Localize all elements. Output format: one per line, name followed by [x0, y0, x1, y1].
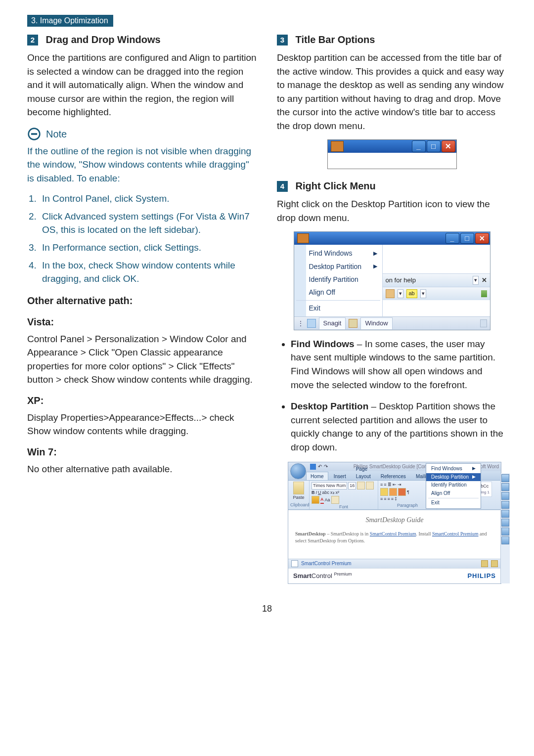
font-color-icon: A [320, 496, 324, 504]
titlebar-screenshot: _ □ ✕ [327, 139, 457, 169]
dropdown-tiny-icon: ▾ [473, 276, 479, 285]
status-btn-icon [481, 560, 488, 567]
italic-icon: I [316, 489, 317, 496]
grow-font-icon [357, 482, 365, 489]
status-icon [291, 560, 298, 567]
dropdown-tiny-icon: ▾ [398, 289, 403, 298]
align-right-icon: ≡ [388, 496, 390, 502]
side-icon [501, 483, 509, 491]
vista-text: Control Panel > Personalization > Window… [27, 332, 257, 387]
vista-heading: Vista: [27, 315, 257, 329]
section-3-title: 3 Title Bar Options [277, 33, 507, 47]
office-orb-icon [290, 463, 306, 479]
justify-icon: ≡ [391, 496, 394, 502]
ribbon-tab-references: References [376, 472, 410, 481]
section-3-body: Desktop partition can be accessed from t… [277, 51, 507, 133]
partition-grid-icon [331, 141, 344, 152]
brand-smart: Smart [293, 572, 312, 579]
highlight-icon [312, 496, 319, 504]
note-step-1: In Control Panel, click System. [39, 192, 257, 206]
win7-heading: Win 7: [27, 445, 257, 459]
section-2-title: 2 Drag and Drop Windows [27, 33, 257, 47]
word-partition-menu: Find Windows ▶ Desktop Partition ▶ Ident… [426, 463, 481, 509]
dec-indent-icon: ⇤ [393, 482, 397, 488]
submenu-arrow-icon: ▶ [373, 263, 377, 270]
bold-icon: B [312, 489, 315, 496]
qat-save-icon [310, 464, 316, 470]
tab-snagit: Snagit [319, 317, 346, 329]
change-case-icon: Aa [325, 497, 330, 503]
word-status-bar: SmartControl Premium [288, 559, 501, 568]
close-icon: ✕ [442, 140, 455, 152]
ribbon-tab-insert: Insert [329, 472, 351, 481]
side-icon [501, 528, 509, 535]
submenu-arrow-icon: ▶ [472, 474, 476, 480]
left-column: 2 Drag and Drop Windows Once the partiti… [27, 31, 257, 584]
shrink-font-icon [366, 482, 374, 489]
wm-identify-partition: Identify Partition [426, 481, 481, 489]
grp-font-label: Font [312, 504, 376, 510]
help-text-fragment: on for help [386, 276, 416, 285]
ctx-find-windows: Find Windows▶ [294, 247, 382, 260]
strike-icon: abc [322, 489, 330, 496]
section-4-body: Right click on the Desktop Partition ico… [277, 197, 507, 224]
tool-icon [386, 289, 395, 298]
ribbon-tab-home: Home [306, 472, 328, 481]
grp-clipboard-label: Clipboard [290, 502, 307, 508]
scroll-arrow-icon [480, 319, 487, 327]
section-4-badge: 4 [277, 181, 288, 192]
bullet-find-windows: Find Windows – In some cases, the user m… [291, 337, 507, 392]
qat-undo-icon: ↶ [318, 463, 322, 471]
grip-icon: ⋮ [297, 318, 304, 328]
bullets-icon: ≡ [380, 482, 383, 488]
tab-window: Window [360, 317, 392, 329]
maximize-icon: □ [460, 233, 474, 244]
side-icon [501, 510, 509, 518]
close-icon: ✕ [475, 233, 489, 244]
side-icon [501, 474, 509, 482]
svg-rect-1 [31, 133, 37, 135]
ctx-format-toolbar: ▾ ab ▾ [383, 287, 490, 300]
section-4-title-text: Right Click Menu [296, 180, 376, 191]
brand-bar: SmartControl Premium PHILIPS [288, 568, 501, 583]
minimize-icon: _ [412, 140, 426, 152]
status-text: SmartControl Premium [301, 560, 352, 568]
note-step-4: In the box, check Show window contents w… [39, 259, 257, 286]
ctx-help-toolbar: on for help ▾ ✕ [383, 273, 490, 287]
paste-icon [293, 482, 304, 494]
status-btn-icon [491, 560, 498, 567]
note-step-2: Click Advanced system settings (For Vist… [39, 210, 257, 237]
contextmenu-screenshot: _ □ ✕ Find Windows▶ Desktop Partition▶ I… [294, 231, 490, 330]
font-size-box: 16 [348, 482, 356, 489]
xp-heading: XP: [27, 394, 257, 408]
ctx-align-off: Align Off [294, 286, 382, 299]
side-icon [501, 536, 509, 544]
align-left-icon: ≡ [380, 496, 383, 502]
note-icon [27, 127, 41, 141]
note-steps: In Control Panel, click System. Click Ad… [27, 192, 257, 285]
wm-exit: Exit [426, 499, 481, 507]
maximize-icon: □ [427, 140, 441, 152]
submenu-arrow-icon: ▶ [373, 250, 377, 258]
app-icon [307, 319, 316, 328]
word-screenshot: ↶ ↷ Philips SmartDesktop Guide [Compatib… [288, 462, 501, 584]
wm-desktop-partition: Desktop Partition ▶ [426, 473, 481, 482]
note-step-3: In Performance section, click Settings. [39, 241, 257, 255]
highlight-ab-icon: ab [406, 289, 417, 298]
section-4-title: 4 Right Click Menu [277, 179, 507, 193]
font-name-box: Times New Rom [312, 482, 347, 489]
side-icon [501, 501, 509, 509]
feature-bullets: Find Windows – In some cases, the user m… [277, 337, 507, 454]
right-column: 3 Title Bar Options Desktop partition ca… [277, 31, 507, 584]
taskbar-sideicons [500, 473, 510, 583]
section-2-title-text: Drag and Drop Windows [46, 34, 161, 45]
win7-text: No other alternative path available. [27, 462, 257, 476]
dropdown-tiny-icon: ▾ [420, 289, 426, 298]
chapter-tag: 3. Image Optimization [27, 15, 113, 27]
inc-indent-icon: ⇥ [398, 482, 401, 488]
bullet-desktop-partition: Desktop Partition – Desktop Partition sh… [291, 400, 507, 454]
section-3-title-text: Title Bar Options [296, 34, 375, 45]
align-center-icon: ≡ [384, 496, 386, 502]
close-tiny-icon: ✕ [482, 276, 487, 285]
multilevel-icon: ≣ [388, 482, 392, 488]
